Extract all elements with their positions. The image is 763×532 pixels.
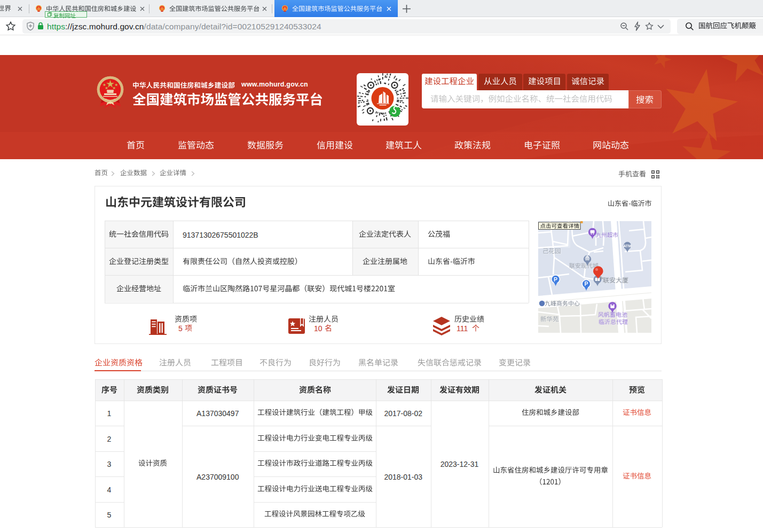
svg-text:P: P [584, 280, 588, 287]
svg-text:ATM: ATM [623, 244, 631, 248]
svg-text:P: P [554, 276, 557, 283]
